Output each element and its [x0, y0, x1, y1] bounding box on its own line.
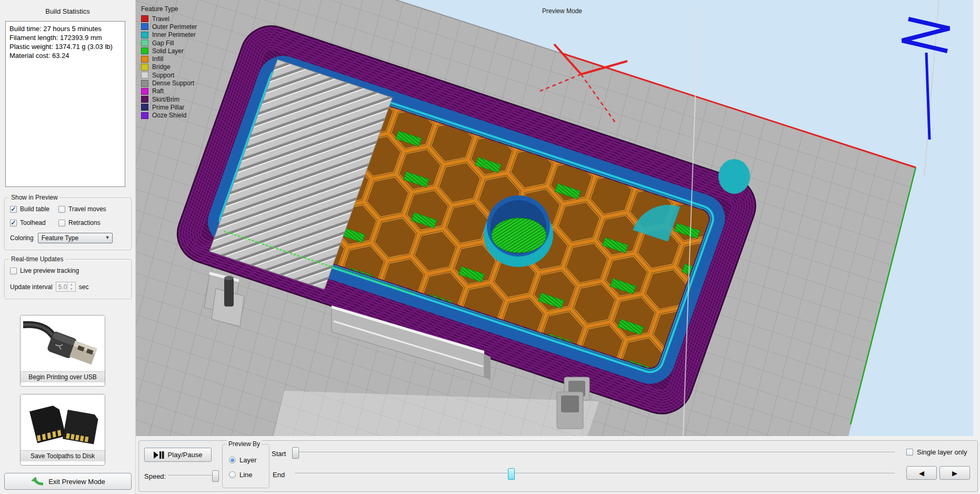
end-label: End [273, 471, 285, 479]
legend-item-dense-support: Dense Support [141, 79, 197, 87]
speed-slider-handle[interactable] [212, 470, 219, 482]
legend-item-bridge: Bridge [141, 63, 197, 71]
legend-label: Dense Support [152, 80, 194, 87]
radio-layer[interactable]: Layer [229, 456, 257, 464]
end-slider-track [295, 473, 895, 474]
stat-line: Build time: 27 hours 5 minutes [9, 24, 121, 33]
start-slider-track [295, 452, 895, 453]
chevron-down-icon: ▼ [105, 235, 110, 240]
show-checkbox-retractions[interactable]: Retractions [58, 219, 101, 226]
checkbox-control[interactable] [58, 220, 65, 226]
sd-cards-image [21, 394, 105, 450]
speed-slider[interactable] [168, 470, 215, 481]
legend-item-support: Support [141, 71, 197, 79]
previous-layer-button[interactable]: ◀ [906, 466, 937, 480]
legend-item-raft: Raft [141, 87, 197, 95]
spinner-arrows[interactable]: ▲▼ [67, 282, 75, 291]
single-layer-checkbox[interactable] [906, 449, 913, 456]
coloring-dropdown[interactable]: Feature Type ▼ [38, 233, 113, 243]
build-statistics-box: Build time: 27 hours 5 minutesFilament l… [5, 21, 125, 187]
legend-swatch [141, 64, 148, 71]
update-interval-label: Update interval [10, 283, 53, 291]
green-back-arrow-icon [31, 476, 44, 487]
legend-label: Skirt/Brim [152, 96, 179, 103]
legend-item-solid-layer: Solid Layer [141, 47, 197, 55]
legend-swatch [141, 104, 148, 111]
legend-label: Raft [152, 87, 164, 95]
next-layer-button[interactable]: ▶ [939, 466, 970, 480]
legend-swatch [141, 96, 148, 103]
exit-preview-mode-button[interactable]: Exit Preview Mode [4, 473, 132, 490]
checkbox-control[interactable] [58, 206, 65, 213]
preview-by-label: Preview By [227, 440, 262, 448]
show-checkbox-travel-moves[interactable]: Travel moves [58, 205, 106, 213]
spin-down-icon[interactable]: ▼ [68, 287, 75, 292]
radio-line-control[interactable] [229, 471, 236, 478]
show-in-preview-label: Show in Preview [9, 194, 60, 201]
legend-label: Infill [152, 55, 163, 63]
live-preview-checkbox[interactable] [10, 268, 17, 274]
legend-label: Solid Layer [152, 47, 184, 55]
show-checkbox-build-table[interactable]: ✓Build table [10, 205, 49, 213]
checkbox-label: Build table [20, 205, 49, 213]
radio-layer-control[interactable] [229, 457, 236, 463]
preview-by-group: Preview By Layer Line [222, 444, 269, 488]
legend-swatch [141, 88, 148, 95]
update-interval-spinner[interactable]: 5.0 ▲▼ [56, 282, 76, 292]
legend-swatch [141, 15, 148, 22]
next-arrow-icon: ▶ [952, 469, 957, 477]
legend-swatch [141, 23, 148, 30]
legend-item-outer-perimeter: Outer Perimeter [141, 23, 197, 31]
speed-slider-track [168, 475, 215, 476]
radio-line-label: Line [239, 471, 253, 479]
legend-item-ooze-shield: Ooze Shield [141, 112, 197, 120]
play-pause-icon [154, 451, 164, 459]
radio-line[interactable]: Line [229, 471, 253, 479]
legend-label: Travel [152, 15, 169, 23]
legend-label: Inner Perimeter [152, 31, 196, 38]
legend-swatch [141, 80, 148, 87]
legend-item-travel: Travel [141, 15, 197, 23]
single-layer-label: Single layer only [917, 448, 967, 456]
legend-label: Outer Perimeter [152, 23, 197, 31]
feature-type-legend: Feature Type TravelOuter PerimeterInner … [141, 5, 197, 120]
save-toolpaths-button[interactable]: Save Toolpaths to Disk [20, 394, 105, 466]
legend-label: Ooze Shield [152, 112, 186, 119]
stat-line: Material cost: 63.24 [9, 51, 121, 60]
stat-line: Filament length: 172393.9 mm [9, 33, 121, 42]
legend-item-infill: Infill [141, 55, 197, 63]
checkbox-label: Travel moves [68, 205, 106, 213]
checkbox-control[interactable]: ✓ [10, 220, 17, 226]
legend-label: Support [152, 72, 174, 79]
show-checkbox-toolhead[interactable]: ✓Toolhead [10, 219, 46, 226]
stat-line: Plastic weight: 1374.71 g (3.03 lb) [9, 42, 121, 51]
begin-printing-usb-button[interactable]: Begin Printing over USB [20, 315, 105, 387]
play-pause-button[interactable]: Play/Pause [144, 448, 212, 462]
spin-up-icon[interactable]: ▲ [68, 282, 75, 287]
legend-item-skirt-brim: Skirt/Brim [141, 95, 197, 103]
live-preview-label: Live preview tracking [20, 267, 79, 274]
update-interval-value: 5.0 [58, 283, 67, 291]
start-layer-slider[interactable] [295, 447, 895, 458]
prev-arrow-icon: ◀ [919, 469, 924, 477]
speed-label: Speed: [144, 472, 166, 480]
single-layer-row[interactable]: Single layer only [906, 448, 967, 456]
end-layer-slider[interactable] [295, 468, 895, 479]
update-interval-unit: sec [79, 283, 89, 291]
play-pause-label: Play/Pause [168, 451, 203, 459]
show-in-preview-group: Show in Preview ✓Build tableTravel moves… [4, 197, 132, 250]
build-statistics-title: Build Statistics [0, 0, 135, 15]
legend-item-gap-fill: Gap Fill [141, 39, 197, 47]
legend-title: Feature Type [141, 5, 197, 13]
start-slider-handle[interactable] [292, 447, 299, 459]
end-slider-handle[interactable] [508, 468, 515, 480]
preview-mode-label: Preview Mode [542, 7, 582, 15]
coloring-label: Coloring [10, 234, 34, 242]
usb-plug-image [21, 315, 105, 371]
app-window: Build Statistics Build time: 27 hours 5 … [0, 0, 980, 494]
checkbox-control[interactable]: ✓ [10, 206, 17, 213]
start-label: Start [272, 450, 286, 458]
legend-swatch [141, 47, 148, 54]
preview-3d-viewport[interactable]: Feature Type TravelOuter PerimeterInner … [136, 0, 980, 436]
small-hole [718, 159, 750, 194]
